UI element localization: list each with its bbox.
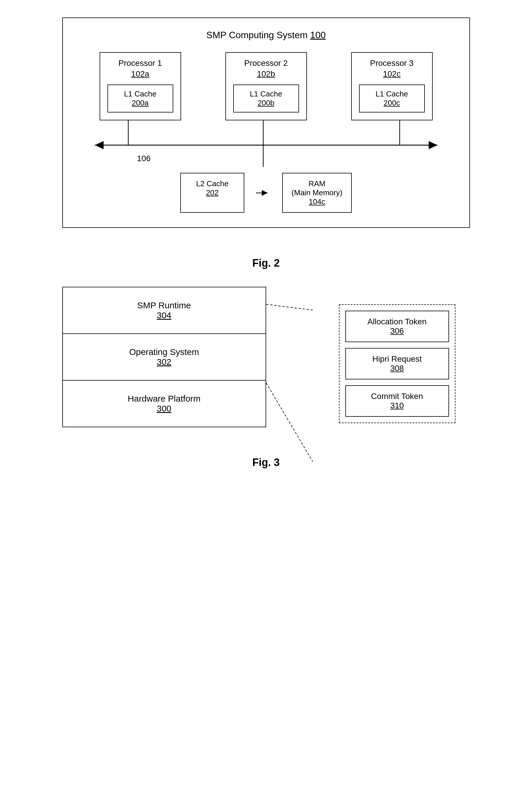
smp-runtime-label: SMP Runtime bbox=[69, 300, 260, 310]
hw-platform-id: 300 bbox=[69, 403, 260, 414]
l2-cache-label: L2 Cache bbox=[190, 179, 235, 188]
stack-outer: SMP Runtime 304 Operating System 302 Har… bbox=[62, 287, 266, 427]
svg-line-10 bbox=[266, 304, 313, 310]
l2-cache-id: 202 bbox=[190, 188, 235, 197]
smp-title-ref: 100 bbox=[310, 30, 325, 40]
hipri-request-id: 308 bbox=[350, 364, 444, 373]
processor-2-id: 102b bbox=[233, 69, 299, 79]
processor-1-box: Processor 1 102a L1 Cache 200a bbox=[100, 52, 181, 120]
hipri-request-box: Hipri Request 308 bbox=[345, 348, 449, 379]
ram-id: 104c bbox=[291, 197, 342, 206]
processor-2-label: Processor 2 bbox=[233, 58, 299, 68]
processor-3-label: Processor 3 bbox=[359, 58, 425, 68]
commit-token-id: 310 bbox=[350, 401, 444, 410]
l1-cache-3-id: 200c bbox=[366, 99, 419, 107]
smp-outer-box: SMP Computing System 100 Processor 1 102… bbox=[62, 17, 470, 228]
l1-cache-3-box: L1 Cache 200c bbox=[359, 85, 425, 113]
l2-ram-connector bbox=[256, 173, 270, 213]
ram-label: RAM(Main Memory) bbox=[291, 179, 342, 197]
l1-cache-3-label: L1 Cache bbox=[366, 89, 419, 99]
os-label: Operating System bbox=[69, 347, 260, 357]
l1-cache-2-label: L1 Cache bbox=[240, 89, 292, 99]
connector-svg bbox=[256, 187, 270, 199]
commit-token-box: Commit Token 310 bbox=[345, 385, 449, 417]
l1-cache-2-box: L1 Cache 200b bbox=[233, 85, 299, 113]
svg-text:106: 106 bbox=[137, 154, 150, 163]
processor-1-id: 102a bbox=[107, 69, 173, 79]
ram-box: RAM(Main Memory) 104c bbox=[282, 173, 352, 213]
smp-title: SMP Computing System 100 bbox=[77, 30, 455, 40]
l1-cache-1-label: L1 Cache bbox=[114, 89, 167, 99]
processor-3-id: 102c bbox=[359, 69, 425, 79]
allocation-token-box: Allocation Token 306 bbox=[345, 311, 449, 342]
fig2-caption: Fig. 2 bbox=[252, 257, 280, 269]
svg-marker-5 bbox=[429, 141, 437, 149]
memory-row: L2 Cache 202 RAM(Main Memory) 104c bbox=[77, 173, 455, 213]
hipri-request-label: Hipri Request bbox=[350, 355, 444, 364]
l2-cache-box: L2 Cache 202 bbox=[180, 173, 244, 213]
l1-cache-1-id: 200a bbox=[114, 99, 167, 107]
svg-marker-9 bbox=[262, 190, 268, 196]
processors-row: Processor 1 102a L1 Cache 200a Processor… bbox=[77, 52, 455, 120]
svg-marker-4 bbox=[95, 141, 103, 149]
allocation-token-id: 306 bbox=[350, 326, 444, 336]
fig2-diagram: SMP Computing System 100 Processor 1 102… bbox=[62, 17, 470, 228]
token-dashed-box: Allocation Token 306 Hipri Request 308 C… bbox=[339, 304, 456, 423]
processor-3-box: Processor 3 102c L1 Cache 200c bbox=[351, 52, 433, 120]
l1-cache-1-box: L1 Cache 200a bbox=[107, 85, 173, 113]
processor-2-box: Processor 2 102b L1 Cache 200b bbox=[225, 52, 307, 120]
hw-platform-label: Hardware Platform bbox=[69, 394, 260, 403]
processor-1-label: Processor 1 bbox=[107, 58, 173, 68]
os-id: 302 bbox=[69, 357, 260, 367]
fig3-inner: SMP Runtime 304 Operating System 302 Har… bbox=[62, 287, 470, 427]
commit-token-label: Commit Token bbox=[350, 392, 444, 401]
allocation-token-label: Allocation Token bbox=[350, 317, 444, 326]
hw-platform-row: Hardware Platform 300 bbox=[63, 381, 266, 427]
os-row: Operating System 302 bbox=[63, 334, 266, 381]
smp-title-text: SMP Computing System bbox=[206, 30, 310, 40]
l1-cache-2-id: 200b bbox=[240, 99, 292, 107]
fig3-caption: Fig. 3 bbox=[252, 457, 280, 469]
fig3-diagram: SMP Runtime 304 Operating System 302 Har… bbox=[62, 287, 470, 427]
smp-runtime-id: 304 bbox=[69, 310, 260, 320]
smp-runtime-row: SMP Runtime 304 bbox=[63, 287, 266, 334]
bus-svg: 106 bbox=[77, 120, 455, 167]
svg-line-11 bbox=[266, 383, 313, 462]
